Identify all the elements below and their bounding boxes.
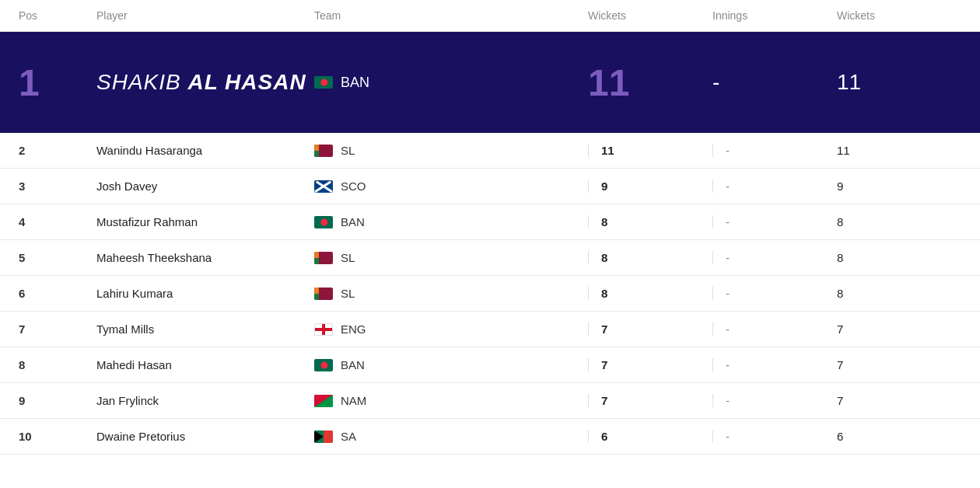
row-team-code: BAN [341,215,365,228]
top-wickets: 11 [588,61,712,104]
row-wickets2: 8 [837,287,961,300]
row-player: Jan Frylinck [96,394,314,407]
row-wickets: 6 [588,430,712,443]
row-innings: - [712,394,837,407]
row-player: Mahedi Hasan [96,358,314,371]
table-row[interactable]: 7 Tymal Mills ENG 7 - 7 [0,312,980,347]
row-wickets2: 8 [837,251,961,264]
row-team-code: SL [341,144,355,157]
flag-ban-top [314,76,333,89]
table-row[interactable]: 3 Josh Davey SCO 9 - 9 [0,169,980,204]
row-innings: - [712,322,837,336]
row-player: Wanindu Hasaranga [96,144,314,157]
row-wickets2: 7 [837,358,961,371]
row-pos: 7 [19,322,96,336]
row-wickets: 7 [588,358,712,371]
row-pos: 3 [19,180,96,193]
flag-sco [314,180,333,193]
header-pos: Pos [19,9,96,22]
top-player-italic: SHAKIB [96,70,187,94]
row-wickets2: 7 [837,394,961,407]
row-team-code: SL [341,287,355,300]
row-wickets: 11 [588,144,712,157]
row-team-code: NAM [341,394,366,407]
header-wickets2: Wickets [837,9,961,22]
row-wickets: 8 [588,251,712,264]
table-row[interactable]: 2 Wanindu Hasaranga SL 11 - 11 [0,133,980,169]
header-player: Player [96,9,314,22]
row-player: Lahiru Kumara [96,287,314,300]
flag-sl [314,145,333,157]
row-wickets: 7 [588,394,712,407]
top-team-code: BAN [341,75,369,91]
header-wickets: Wickets [588,9,712,22]
flag-nam [314,395,333,407]
row-player: Mustafizur Rahman [96,215,314,228]
row-wickets: 9 [588,180,712,193]
table-row[interactable]: 9 Jan Frylinck NAM 7 - 7 [0,383,980,419]
row-pos: 6 [19,287,96,300]
row-player: Josh Davey [96,180,314,193]
row-innings: - [712,358,837,371]
row-wickets2: 7 [837,322,961,336]
row-innings: - [712,144,837,157]
flag-ban [314,359,333,371]
flag-ban [314,216,333,228]
table-row[interactable]: 8 Mahedi Hasan BAN 7 - 7 [0,347,980,383]
row-pos: 2 [19,144,96,157]
top-player-name: SHAKIB AL HASAN [96,70,314,95]
table-row[interactable]: 6 Lahiru Kumara SL 8 - 8 [0,276,980,312]
row-innings: - [712,430,837,443]
row-pos: 10 [19,430,96,443]
top-wickets2: 11 [837,70,961,95]
row-team: SCO [314,180,588,193]
top-innings: - [712,70,837,95]
table-row[interactable]: 4 Mustafizur Rahman BAN 8 - 8 [0,204,980,240]
row-team: NAM [314,394,588,407]
row-player: Tymal Mills [96,322,314,336]
row-pos: 8 [19,358,96,371]
row-team: ENG [314,322,588,336]
row-team: BAN [314,358,588,371]
row-innings: - [712,251,837,264]
row-team-code: ENG [341,322,366,336]
row-innings: - [712,287,837,300]
top-team-cell: BAN [314,75,588,91]
top-player-row[interactable]: 1 SHAKIB AL HASAN BAN 11 - 11 [0,32,980,133]
row-team: SA [314,430,588,443]
row-team-code: SA [341,430,356,443]
row-wickets2: 9 [837,180,961,193]
row-wickets2: 6 [837,430,961,443]
table-header: Pos Player Team Wickets Innings Wickets [0,0,980,32]
row-player: Dwaine Pretorius [96,430,314,443]
table-row[interactable]: 5 Maheesh Theekshana SL 8 - 8 [0,240,980,276]
flag-sl [314,288,333,300]
row-team-code: SL [341,251,355,264]
header-innings: Innings [712,9,837,22]
row-team: SL [314,287,588,300]
row-pos: 5 [19,251,96,264]
row-wickets2: 8 [837,215,961,228]
row-innings: - [712,215,837,228]
flag-sa [314,430,333,443]
row-team-code: SCO [341,180,366,193]
table-row[interactable]: 10 Dwaine Pretorius SA 6 - 6 [0,419,980,455]
row-wickets: 7 [588,322,712,336]
row-wickets: 8 [588,287,712,300]
row-player: Maheesh Theekshana [96,251,314,264]
row-pos: 4 [19,215,96,228]
row-innings: - [712,180,837,193]
row-pos: 9 [19,394,96,407]
row-team-code: BAN [341,358,365,371]
row-team: SL [314,144,588,157]
player-rows: 2 Wanindu Hasaranga SL 11 - 11 3 Josh Da… [0,133,980,455]
row-wickets2: 11 [837,144,961,157]
header-team: Team [314,9,588,22]
row-team: BAN [314,215,588,228]
row-team: SL [314,251,588,264]
top-player-bold: AL HASAN [187,70,306,94]
row-wickets: 8 [588,215,712,228]
top-pos: 1 [19,61,96,104]
leaderboard-table: Pos Player Team Wickets Innings Wickets … [0,0,980,455]
flag-eng [314,323,333,336]
